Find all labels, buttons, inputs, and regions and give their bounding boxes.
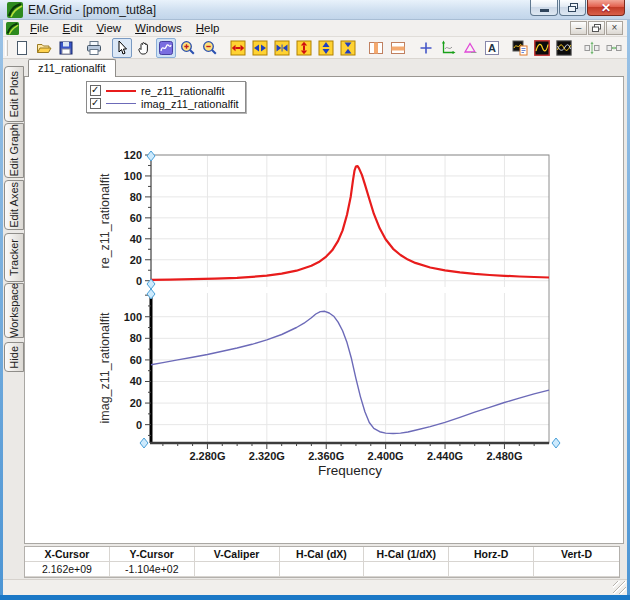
mdi-minimize-button[interactable]: – bbox=[570, 21, 587, 35]
axis-handle[interactable] bbox=[552, 438, 560, 448]
sidebar-item-edit-graph[interactable]: Edit Graph bbox=[4, 123, 24, 178]
sidebar-label: Edit Graph bbox=[8, 124, 20, 177]
stack-vertical-button[interactable] bbox=[582, 38, 602, 58]
status-bar bbox=[3, 579, 627, 595]
zoom-region-button[interactable] bbox=[156, 38, 176, 58]
sidebar-label: Edit Axes bbox=[8, 182, 20, 228]
arrows-x-in-button[interactable] bbox=[272, 38, 292, 58]
mdi-close-button[interactable]: × bbox=[606, 21, 623, 35]
sidebar-label: Tracker bbox=[8, 239, 20, 276]
maximize-button[interactable] bbox=[559, 0, 586, 16]
close-icon: ✕ bbox=[601, 2, 611, 14]
cursor-col-header: H-Cal (dX) bbox=[280, 547, 365, 562]
crosshair-button[interactable] bbox=[416, 38, 436, 58]
sidebar-item-edit-plots[interactable]: Edit Plots bbox=[4, 66, 24, 122]
split-horizontal-button[interactable] bbox=[388, 38, 408, 58]
svg-text:100: 100 bbox=[124, 311, 142, 323]
pan-hand-button[interactable] bbox=[134, 38, 154, 58]
legend-item: imag_z11_rationalfit bbox=[90, 97, 239, 110]
menu-windows[interactable]: Windows bbox=[128, 20, 189, 37]
menu-file[interactable]: File bbox=[23, 20, 56, 37]
window-title: EM.Grid - [pmom_tut8a] bbox=[28, 3, 156, 17]
app-logo-icon bbox=[7, 2, 23, 18]
toolbar-grip[interactable] bbox=[5, 40, 8, 56]
legend-line-re bbox=[106, 90, 136, 92]
svg-text:2.400G: 2.400G bbox=[368, 450, 404, 462]
cursor-value-vertd bbox=[534, 562, 619, 577]
toolbar: A Layout bbox=[3, 37, 627, 59]
zoom-out-button[interactable] bbox=[200, 38, 220, 58]
legend-item: re_z11_rationalfit bbox=[90, 84, 239, 97]
delta-marker-button[interactable] bbox=[460, 38, 480, 58]
legend-line-imag bbox=[106, 103, 136, 104]
sidebar-label: Workspace bbox=[8, 283, 20, 338]
window-border-bottom bbox=[0, 595, 630, 600]
series-imag_z11_rationalfit[interactable] bbox=[151, 311, 549, 433]
legend: re_z11_rationalfit imag_z11_rationalfit bbox=[86, 81, 246, 113]
svg-text:120: 120 bbox=[124, 149, 142, 161]
cursor-col-header: Horz-D bbox=[449, 547, 534, 562]
new-file-button[interactable] bbox=[12, 38, 32, 58]
cursor-col-header: H-Cal (1/dX) bbox=[364, 547, 449, 562]
svg-text:2.440G: 2.440G bbox=[427, 450, 463, 462]
tab-bar: z11_rationalfit bbox=[24, 59, 624, 77]
select-cursor-button[interactable] bbox=[112, 38, 132, 58]
menu-edit[interactable]: Edit bbox=[56, 20, 90, 37]
series-re_z11_rationalfit[interactable] bbox=[151, 166, 549, 280]
stack-horizontal-button[interactable] bbox=[604, 38, 624, 58]
text-label-button[interactable]: A bbox=[482, 38, 502, 58]
svg-text:80: 80 bbox=[130, 332, 142, 344]
mdi-restore-button[interactable] bbox=[588, 21, 605, 35]
legend-checkbox-re[interactable] bbox=[90, 85, 101, 96]
svg-text:100: 100 bbox=[124, 170, 142, 182]
tab-z11-rationalfit[interactable]: z11_rationalfit bbox=[28, 59, 116, 77]
print-button[interactable] bbox=[84, 38, 104, 58]
axis-handle[interactable] bbox=[147, 289, 155, 299]
cursor-value-hcal-dx bbox=[280, 562, 365, 577]
axis-handle[interactable] bbox=[140, 438, 148, 448]
menu-view[interactable]: View bbox=[89, 20, 128, 37]
arrows-y-out-button[interactable] bbox=[316, 38, 336, 58]
close-button[interactable]: ✕ bbox=[587, 0, 625, 16]
svg-text:20: 20 bbox=[130, 397, 142, 409]
legend-label-imag[interactable]: imag_z11_rationalfit bbox=[141, 98, 239, 110]
plot-window-button[interactable] bbox=[532, 38, 552, 58]
title-bar[interactable]: EM.Grid - [pmom_tut8a] ✕ bbox=[0, 0, 630, 20]
zoom-in-button[interactable] bbox=[178, 38, 198, 58]
sidebar-item-workspace[interactable]: Workspace bbox=[4, 283, 24, 338]
work-area: Edit Plots Edit Graph Edit Axes Tracker … bbox=[3, 59, 627, 595]
arrows-x-out-button[interactable] bbox=[250, 38, 270, 58]
svg-text:2.280G: 2.280G bbox=[189, 450, 225, 462]
axis-handle[interactable] bbox=[147, 151, 155, 161]
minimize-button[interactable] bbox=[530, 0, 558, 16]
sidebar-item-tracker[interactable]: Tracker bbox=[4, 233, 24, 282]
expand-y-button[interactable] bbox=[294, 38, 314, 58]
open-file-button[interactable] bbox=[34, 38, 54, 58]
sidebar-item-hide[interactable]: Hide bbox=[4, 342, 24, 372]
multi-plot-button[interactable] bbox=[554, 38, 574, 58]
legend-checkbox-imag[interactable] bbox=[90, 98, 101, 109]
svg-text:Frequency: Frequency bbox=[318, 463, 382, 478]
plot-svg[interactable]: 020406080100120re_z11_rationalfit0204060… bbox=[25, 77, 623, 507]
svg-text:re_z11_rationalfit: re_z11_rationalfit bbox=[98, 173, 112, 268]
cursor-value-x: 2.162e+09 bbox=[25, 562, 110, 577]
menu-help[interactable]: Help bbox=[189, 20, 227, 37]
split-vertical-button[interactable] bbox=[366, 38, 386, 58]
svg-text:2.480G: 2.480G bbox=[486, 450, 522, 462]
svg-text:0: 0 bbox=[136, 419, 142, 431]
save-button[interactable] bbox=[56, 38, 76, 58]
cursor-value-vcaliper bbox=[195, 562, 280, 577]
expand-x-button[interactable] bbox=[228, 38, 248, 58]
legend-label-re[interactable]: re_z11_rationalfit bbox=[141, 85, 225, 97]
cursor-value-hcal-1dx bbox=[364, 562, 449, 577]
axes-button[interactable] bbox=[438, 38, 458, 58]
sidebar-label: Edit Plots bbox=[8, 71, 20, 117]
app-window: EM.Grid - [pmom_tut8a] ✕ File Edit View … bbox=[0, 0, 630, 600]
sidebar-item-edit-axes[interactable]: Edit Axes bbox=[4, 180, 24, 230]
plot-area[interactable]: 020406080100120re_z11_rationalfit0204060… bbox=[24, 77, 624, 544]
cursor-col-header: V-Caliper bbox=[195, 547, 280, 562]
cursor-col-header: X-Cursor bbox=[25, 547, 110, 562]
resize-grip-icon[interactable] bbox=[613, 581, 626, 594]
overlay-plot-button[interactable] bbox=[510, 38, 530, 58]
arrows-y-in-button[interactable] bbox=[338, 38, 358, 58]
